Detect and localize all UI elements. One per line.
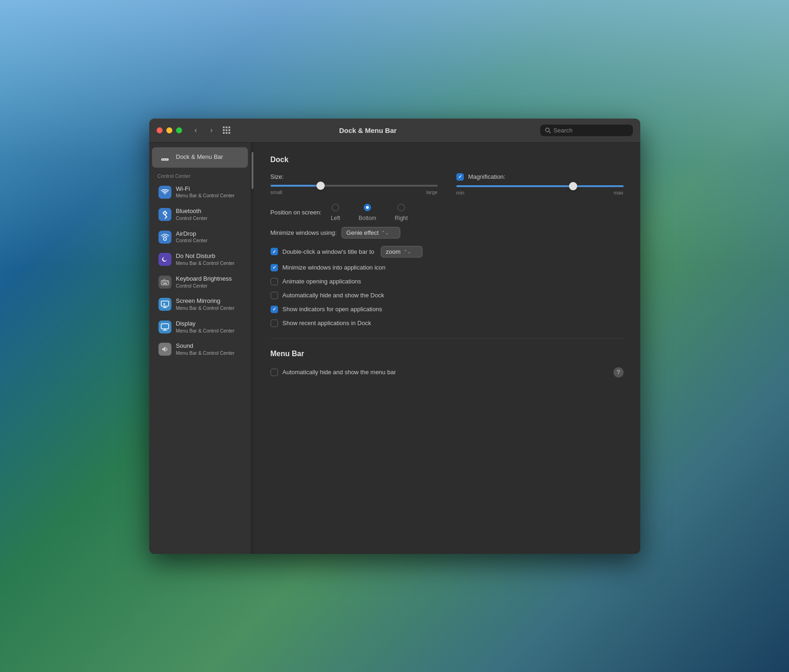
sidebar-item-display[interactable]: Display Menu Bar & Control Center [152,316,248,338]
svg-line-1 [549,132,550,133]
magnification-max-label: max [614,190,624,195]
svg-rect-12 [163,283,167,284]
sidebar-item-text-dock: Dock & Menu Bar [176,153,223,161]
dock-section-title: Dock [271,156,624,164]
autohide-menubar-row: Automatically hide and show the menu bar… [271,367,624,377]
recent-checkbox[interactable] [271,320,278,327]
size-large-label: large [426,189,437,195]
minimize-button[interactable] [166,127,172,133]
minimize-icon-row[interactable]: Minimize windows into application icon [271,264,624,271]
animate-checkbox[interactable] [271,278,278,285]
sidebar-item-title-wifi: Wi-Fi [176,185,235,193]
autohide-dock-row[interactable]: Automatically hide and show the Dock [271,292,624,299]
minimize-dropdown-arrow: ⌃⌄ [381,230,389,235]
section-divider [271,338,624,339]
sidebar-item-icon-display [158,320,171,333]
dock-icon [161,153,169,162]
size-small-label: small [271,189,283,195]
sidebar-item-subtitle-screen-mirroring: Menu Bar & Control Center [176,305,235,312]
position-right-option[interactable]: Right [395,204,408,221]
indicators-checkbox[interactable] [271,306,278,313]
minimize-dropdown[interactable]: Genie effect ⌃⌄ [341,227,401,239]
position-right-radio[interactable] [398,204,405,211]
animate-row[interactable]: Animate opening applications [271,278,624,285]
position-left-radio[interactable] [332,204,339,211]
sidebar-item-icon-dock [158,151,171,164]
svg-rect-10 [165,282,166,283]
size-slider-labels: small large [271,189,438,195]
sidebar-item-subtitle-display: Menu Bar & Control Center [176,328,235,334]
sidebar-item-airdrop[interactable]: AirDrop Control Center [152,226,248,248]
size-magnify-row: Size: small large [271,173,624,195]
sidebar-item-subtitle-sound: Menu Bar & Control Center [176,350,235,357]
window-title: Dock & Menu Bar [196,126,540,134]
sidebar-item-icon-keyboard [158,276,171,289]
sidebar-item-do-not-disturb[interactable]: Do Not Disturb Menu Bar & Control Center [152,249,248,270]
bluetooth-icon [162,210,168,219]
screen-mirroring-icon [161,301,169,308]
magnification-slider-thumb[interactable] [569,182,577,190]
magnification-min-label: min [456,190,465,195]
size-slider-track-container [271,185,438,187]
sidebar-item-title-display: Display [176,320,235,328]
position-bottom-radio[interactable] [364,204,371,211]
minimize-label: Minimize windows using: [271,229,337,236]
section-label-control-center: Control Center [149,169,251,181]
sidebar-item-dock-menu-bar[interactable]: Dock & Menu Bar [152,147,248,168]
sidebar-item-text-display: Display Menu Bar & Control Center [176,320,235,334]
minimize-dropdown-value: Genie effect [347,229,379,236]
svg-rect-7 [161,281,169,285]
autohide-dock-checkbox[interactable] [271,292,278,299]
sidebar-item-wifi[interactable]: Wi-Fi Menu Bar & Control Center [152,182,248,203]
sidebar-item-keyboard-brightness[interactable]: Keyboard Brightness Control Center [152,271,248,293]
sidebar-item-text-bluetooth: Bluetooth Control Center [176,207,208,222]
magnification-label: Magnification: [468,173,505,180]
search-input[interactable] [554,127,628,134]
sidebar-item-text-keyboard: Keyboard Brightness Control Center [176,275,232,289]
position-right-label: Right [395,215,408,221]
svg-point-0 [545,128,549,132]
sidebar-item-icon-screen-mirroring [158,298,171,311]
autohide-menubar-checkbox[interactable] [271,369,278,376]
minimize-icon-label: Minimize windows into application icon [283,264,386,271]
svg-rect-8 [162,282,163,283]
position-bottom-option[interactable]: Bottom [359,204,376,221]
sidebar-item-text-dnd: Do Not Disturb Menu Bar & Control Center [176,252,235,267]
sidebar-item-icon-wifi [158,186,171,199]
double-click-dropdown-arrow: ⌃⌄ [404,249,411,254]
position-left-option[interactable]: Left [331,204,340,221]
maximize-button[interactable] [176,127,182,133]
sidebar-scrollbar[interactable] [251,143,254,554]
double-click-checkbox[interactable] [271,248,278,255]
wifi-icon [161,189,169,195]
sidebar-item-bluetooth[interactable]: Bluetooth Control Center [152,204,248,226]
sidebar-item-screen-mirroring[interactable]: Screen Mirroring Menu Bar & Control Cent… [152,294,248,315]
minimize-icon-checkbox[interactable] [271,264,278,271]
autohide-menubar-label: Automatically hide and show the menu bar [283,369,396,376]
double-click-dropdown[interactable]: zoom ⌃⌄ [381,246,423,257]
sidebar-item-subtitle-dnd: Menu Bar & Control Center [176,260,235,267]
double-click-row[interactable]: Double-click a window's title bar to zoo… [271,246,624,257]
magnification-slider-labels: min max [456,190,624,195]
size-slider-thumb[interactable] [316,182,325,190]
sidebar-item-icon-sound [158,343,171,356]
system-preferences-window: ‹ › Dock & Menu Bar [149,119,640,554]
sidebar-item-text-airdrop: AirDrop Control Center [176,230,208,245]
sidebar-item-subtitle-bluetooth: Control Center [176,215,208,222]
close-button[interactable] [157,127,163,133]
keyboard-brightness-icon [161,279,169,285]
indicators-label: Show indicators for open applications [283,306,382,313]
search-bar[interactable] [540,125,633,136]
content-panel: Dock Size: small lar [254,143,640,554]
recent-row[interactable]: Show recent applications in Dock [271,320,624,327]
magnification-checkbox[interactable] [456,173,464,181]
sidebar-item-title-screen-mirroring: Screen Mirroring [176,297,235,305]
svg-rect-9 [164,282,164,283]
indicators-row[interactable]: Show indicators for open applications [271,306,624,313]
svg-rect-14 [161,324,169,329]
size-slider-track [271,185,438,187]
help-button[interactable]: ? [613,367,624,377]
sidebar-item-sound[interactable]: Sound Menu Bar & Control Center [152,339,248,360]
minimize-row: Minimize windows using: Genie effect ⌃⌄ [271,227,624,239]
autohide-dock-label: Automatically hide and show the Dock [283,292,385,299]
